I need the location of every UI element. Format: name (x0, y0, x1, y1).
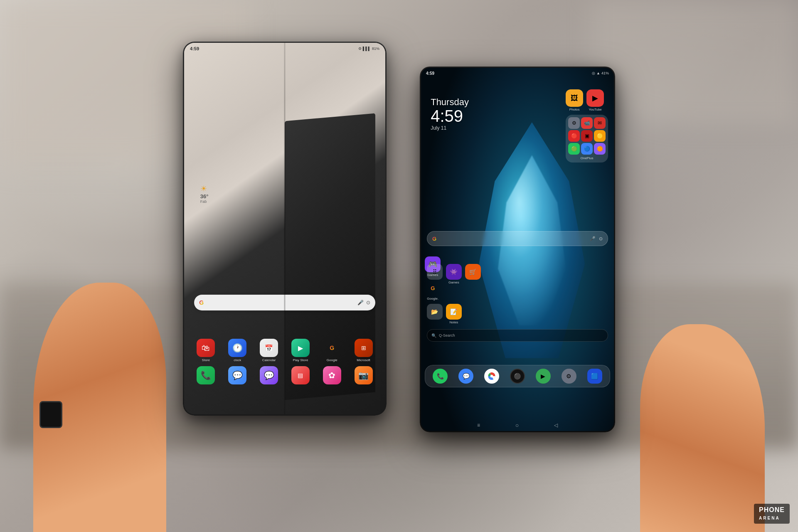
oneplus-day: Thursday (431, 97, 469, 108)
lens-icon[interactable]: ⊙ (366, 300, 370, 305)
samsung-playstore-label: Play Store (293, 358, 308, 362)
store-app[interactable]: 🛒 (465, 264, 481, 284)
oneplus-folder[interactable]: ⚙ 📹 ✉ 🔴 ▣ 🟡 🟢 🔵 🟠 OnePlus (566, 115, 608, 163)
app-messages-wrapper[interactable]: 💬 (224, 366, 251, 384)
photos-label: Photos (569, 108, 580, 111)
oneplus-mid-apps: ⠿ 👾 Games 🛒 (427, 264, 481, 284)
youtube-label: YouTube (589, 108, 601, 111)
folder-app-7[interactable]: 🔵 (581, 143, 593, 155)
oneplus-search-bar[interactable]: G 🎤 ⊙ (427, 231, 608, 246)
samsung-signal-icon: ▌▌▌ (363, 47, 371, 51)
folder-app-8[interactable]: 🟠 (594, 143, 606, 155)
folder-label: OnePlus (568, 156, 606, 160)
notes-icon[interactable]: 📝 (446, 304, 462, 320)
samsung-chat-icon[interactable]: 💬 (260, 366, 278, 384)
oneplus-time-large: 4:59 (431, 108, 469, 124)
folder-app-5[interactable]: 🟡 (594, 130, 606, 142)
app-store-wrapper[interactable]: 🛍 Store (192, 339, 220, 362)
samsung-playstore-icon[interactable]: ▶ (291, 339, 310, 357)
oneplus-dock: 📞 💬 ⚫ ▶ ⚙ 🟦 (425, 365, 610, 387)
files-app[interactable]: 📂 (427, 304, 443, 324)
app-dots[interactable]: ⠿ (427, 264, 443, 284)
folder-app-6[interactable]: 🟢 (568, 143, 580, 155)
oneplus-top-widgets: 🖼 Photos ▶ YouTube ⚙ 📹 ✉ 🔴 ▣ (566, 89, 608, 163)
app-playstore-wrapper[interactable]: ▶ Play Store (287, 339, 314, 362)
weather-widget: ☀ 36° Fab (200, 184, 209, 204)
brand-name: PHONE ARENA (759, 506, 785, 521)
games-label2: Games (448, 281, 459, 284)
nav-back[interactable]: ◁ (554, 422, 558, 428)
store-icon2[interactable]: 🛒 (465, 264, 481, 280)
oneplus-lens-icon[interactable]: ⊙ (599, 236, 603, 241)
samsung-microsoft-label: Microsoft (357, 358, 370, 362)
samsung-status-bar: 4:59 ⚙ ▌▌▌ 81% (184, 43, 385, 54)
samsung-store-icon[interactable]: 🛍 (197, 339, 215, 357)
files-icon[interactable]: 📂 (427, 304, 443, 320)
folder-app-3[interactable]: 🔴 (568, 130, 580, 142)
samsung-clock-label: clock (234, 358, 241, 362)
games-icon2[interactable]: 👾 (446, 264, 462, 280)
samsung-time: 4:59 (190, 46, 199, 51)
dock-playstore[interactable]: ▶ (536, 369, 551, 384)
samsung-microsoft-icon[interactable]: ⊞ (355, 339, 373, 357)
oneplus-google-g: G (432, 236, 436, 242)
app-pink-wrapper[interactable]: ✿ (318, 366, 346, 384)
app-clock-wrapper[interactable]: 🕐 clock (224, 339, 251, 362)
youtube-app[interactable]: ▶ YouTube (586, 89, 604, 111)
samsung-calendar-icon[interactable]: 📅 (260, 339, 278, 357)
samsung-battery: 81% (372, 47, 379, 51)
svg-point-1 (490, 375, 493, 378)
samsung-calendar-label: Calendar (262, 358, 276, 362)
oneplus-status-bar: 4:59 ◎ ▲ 41% (421, 68, 614, 79)
folder-app-1[interactable]: 📹 (581, 117, 593, 129)
microphone-icon[interactable]: 🎤 (357, 300, 364, 305)
oneplus-nav-bar: ≡ ○ ◁ (421, 419, 614, 431)
folder-app-2[interactable]: ✉ (594, 117, 606, 129)
samsung-app1-icon[interactable]: ▤ (291, 366, 310, 384)
google-dot-label: Google. (427, 297, 438, 300)
folder-app-4[interactable]: ▣ (581, 130, 593, 142)
app-chat-wrapper[interactable]: 💬 (255, 366, 283, 384)
dock-chrome[interactable] (484, 369, 499, 384)
app-calendar-wrapper[interactable]: 📅 Calendar (255, 339, 283, 362)
fold-crease (284, 43, 286, 414)
youtube-icon[interactable]: ▶ (586, 89, 604, 107)
samsung-messages-icon[interactable]: 💬 (228, 366, 246, 384)
weather-icon: ☀ (200, 185, 207, 193)
dots-icon[interactable]: ⠿ (427, 264, 443, 280)
photos-icon[interactable]: 🖼 (566, 89, 583, 107)
q-search-icon: 🔍 (431, 333, 436, 338)
notes-app[interactable]: 📝 Notes (446, 304, 462, 324)
folder-app-settings[interactable]: ⚙ (568, 117, 580, 129)
samsung-camera-icon[interactable]: 📷 (355, 366, 373, 384)
dock-settings[interactable]: ⚙ (562, 369, 576, 384)
samsung-clock-icon[interactable]: 🕐 (228, 339, 246, 357)
games-app2[interactable]: 👾 Games (446, 264, 462, 284)
phonearena-watermark: PHONE ARENA (754, 504, 790, 524)
app-microsoft-wrapper[interactable]: ⊞ Microsoft (350, 339, 377, 362)
oneplus-mic-icon[interactable]: 🎤 (590, 236, 596, 241)
dock-camera[interactable]: ⚫ (510, 369, 525, 384)
q-search-bar[interactable]: 🔍 Q-Search (427, 329, 608, 342)
oneplus-notes-row: 📂 📝 Notes (427, 304, 462, 324)
nav-home[interactable]: ○ (515, 422, 519, 429)
samsung-phone-icon[interactable]: 📞 (197, 366, 215, 384)
dock-app[interactable]: 🟦 (587, 369, 602, 384)
samsung-google-icon[interactable]: G (323, 339, 341, 357)
samsung-screen: 4:59 ⚙ ▌▌▌ 81% ☀ 36° Fab G 🎤 ⊙ (184, 43, 385, 414)
photos-app[interactable]: 🖼 Photos (566, 89, 583, 111)
weather-location: Fab (200, 200, 209, 204)
samsung-status-icons: ⚙ ▌▌▌ 81% (358, 47, 379, 51)
dock-messages[interactable]: 💬 (458, 369, 473, 384)
nav-hamburger[interactable]: ≡ (477, 422, 480, 428)
app-camera-wrapper[interactable]: 📷 (350, 366, 377, 384)
oneplus-screen: 4:59 ◎ ▲ 41% Thursday 4:59 July 11 🖼 Ph (421, 68, 614, 431)
dock-phone[interactable]: 📞 (433, 369, 448, 384)
samsung-google-label: Google (327, 358, 337, 362)
app-phone-wrapper[interactable]: 📞 (192, 366, 220, 384)
app-red1-wrapper[interactable]: ▤ (287, 366, 314, 384)
folder-grid: ⚙ 📹 ✉ 🔴 ▣ 🟡 🟢 🔵 🟠 (568, 117, 606, 155)
oneplus-wifi-icon: ▲ (596, 71, 600, 75)
app-google-wrapper[interactable]: G Google (318, 339, 346, 362)
samsung-app2-icon[interactable]: ✿ (323, 366, 341, 384)
